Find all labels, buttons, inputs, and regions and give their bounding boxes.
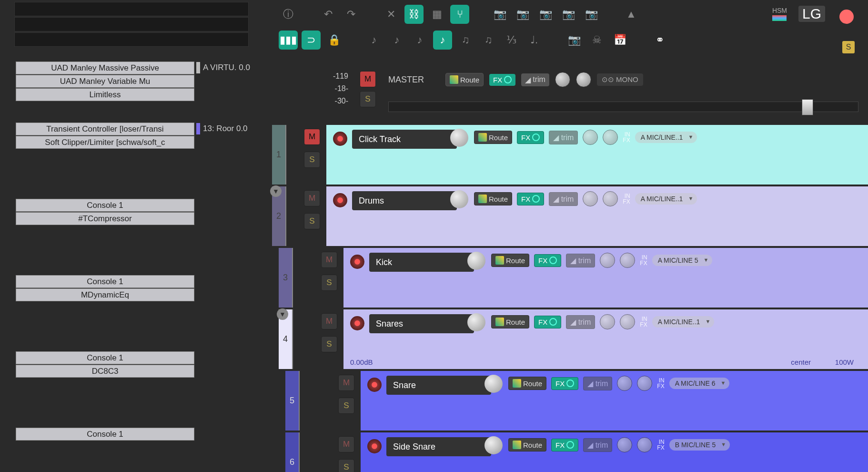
track-name[interactable]: Side Snare [386, 437, 491, 456]
track-input-selector[interactable]: B MIC/LINE 5 [669, 439, 730, 451]
track-vol-knob[interactable] [600, 314, 615, 329]
redo-icon[interactable]: ↷ [342, 5, 361, 24]
fx-plugin-slot[interactable]: Console 1 [16, 199, 194, 212]
undo-icon[interactable]: ↶ [319, 5, 338, 24]
fx-plugin-slot[interactable]: Limitless [16, 88, 194, 101]
track-big-knob[interactable] [467, 313, 485, 331]
track-vol-knob[interactable] [583, 191, 598, 206]
fx-plugin-slot[interactable]: Console 1 [16, 428, 194, 441]
track-big-knob[interactable] [484, 375, 503, 393]
track-trim-button[interactable]: ◢ trim [566, 254, 595, 267]
master-vol-knob[interactable] [555, 72, 570, 87]
fx-plugin-slot[interactable]: UAD Manley Massive Passive [16, 62, 194, 74]
track-number[interactable]: 6 [285, 432, 300, 472]
camera3-icon[interactable]: 📷 [536, 5, 555, 24]
track-name[interactable]: Click Track [352, 130, 457, 149]
track-number[interactable]: 1 [272, 125, 286, 185]
solo-badge[interactable]: S [842, 41, 855, 53]
track-mute-button[interactable]: M [304, 129, 320, 145]
track-number[interactable]: 5 [285, 371, 300, 431]
fx-plugin-slot[interactable]: MDynamicEq [16, 288, 194, 301]
track-route-button[interactable]: Route [508, 377, 546, 390]
track-fx-button[interactable]: FX [551, 377, 578, 390]
track-fx-button[interactable]: FX [534, 254, 561, 267]
track-big-knob[interactable] [467, 252, 485, 270]
track-header[interactable]: SnareRouteFX◢ trimINFXA MIC/LINE 6 [361, 371, 868, 431]
track-solo-button[interactable]: S [304, 152, 320, 168]
info-icon[interactable]: ⓘ [279, 5, 298, 24]
track-header[interactable]: KickRouteFX◢ trimINFXA MIC/LINE 5 [343, 248, 868, 308]
record-arm-button[interactable] [367, 378, 382, 392]
track-pan-knob[interactable] [603, 191, 618, 206]
master-route-button[interactable]: Route [445, 73, 484, 86]
track-mute-button[interactable]: M [321, 252, 337, 268]
track-big-knob[interactable] [450, 129, 468, 147]
track-pan-knob[interactable] [620, 253, 635, 268]
magnet-icon[interactable]: ⊃ [302, 31, 321, 50]
track-route-button[interactable]: Route [508, 438, 546, 451]
fx-track-meta[interactable]: A VIRTU. 0.0 [194, 61, 267, 74]
direction-icon[interactable]: ▲ [622, 5, 641, 24]
track-input-selector[interactable]: A MIC/LINE..1 [635, 132, 697, 143]
record-arm-button[interactable] [333, 193, 347, 207]
triplet-icon[interactable]: ⅓ [502, 31, 521, 50]
camera4-icon[interactable]: 📷 [559, 5, 578, 24]
track-trim-button[interactable]: ◢ trim [583, 377, 612, 390]
track-input-selector[interactable]: A MIC/LINE 6 [669, 378, 730, 389]
master-mono-button[interactable]: ⊙⊙ MONO [597, 73, 643, 86]
track-pan-knob[interactable] [620, 314, 635, 329]
track-name[interactable]: Kick [369, 253, 474, 272]
track-input-selector[interactable]: A MIC/LINE..1 [652, 316, 715, 328]
track-number[interactable]: 3 [279, 248, 293, 308]
note3-icon[interactable]: ♪ [410, 31, 429, 50]
master-fader[interactable] [388, 102, 858, 112]
track-fx-button[interactable]: FX [517, 193, 544, 205]
screenshot-icon[interactable]: 📷 [565, 31, 584, 50]
branch-icon[interactable]: ⑂ [450, 5, 469, 24]
track-route-button[interactable]: Route [491, 254, 529, 267]
track-input-selector[interactable]: A MIC/LINE 5 [652, 255, 713, 266]
fx-plugin-slot[interactable]: #TCompressor [16, 212, 194, 225]
fx-track-meta[interactable]: 13: Roor 0.0 [194, 122, 267, 135]
shuffle-icon[interactable]: ✕ [382, 5, 401, 24]
track-header[interactable]: SnaresRouteFX◢ trimINFXA MIC/LINE..10.00… [343, 309, 868, 369]
lock-icon[interactable]: 🔒 [324, 31, 343, 50]
track-solo-button[interactable]: S [304, 213, 320, 229]
note4-icon[interactable]: ♪ [433, 31, 452, 50]
dotted-icon[interactable]: ♩. [525, 31, 544, 50]
track-name[interactable]: Snare [386, 376, 491, 395]
track-mute-button[interactable]: M [338, 436, 354, 452]
track-vol-knob[interactable] [617, 376, 632, 391]
link-icon[interactable]: ⛓ [404, 5, 424, 24]
master-pan-knob[interactable] [576, 72, 591, 87]
folder-collapse-icon[interactable]: ▼ [277, 308, 288, 320]
track-trim-button[interactable]: ◢ trim [549, 192, 578, 206]
fx-plugin-slot[interactable]: Transient Controller [loser/Transi [16, 123, 194, 135]
track-fx-button[interactable]: FX [517, 131, 544, 144]
track-solo-button[interactable]: S [321, 336, 337, 352]
track-name[interactable]: Snares [369, 314, 474, 333]
track-route-button[interactable]: Route [474, 131, 512, 144]
hsm-indicator[interactable]: HSM [772, 7, 787, 21]
fx-plugin-slot[interactable]: UAD Manley Variable Mu [16, 75, 194, 88]
record-arm-button[interactable] [350, 255, 364, 269]
master-fx-button[interactable]: FX [489, 74, 515, 86]
fx-plugin-slot[interactable]: Soft Clipper/Limiter [schwa/soft_c [16, 136, 194, 149]
power-icon[interactable] [504, 76, 512, 83]
grid-icon[interactable]: ▦ [427, 5, 446, 24]
track-route-button[interactable]: Route [474, 192, 512, 205]
master-fader-handle[interactable] [802, 99, 813, 115]
track-vol-knob[interactable] [617, 437, 632, 452]
note6-icon[interactable]: ♫ [479, 31, 498, 50]
track-vol-knob[interactable] [583, 130, 598, 145]
record-arm-button[interactable] [333, 132, 347, 146]
fx-plugin-slot[interactable]: DC8C3 [16, 365, 194, 378]
size-indicator[interactable]: LG [798, 6, 825, 22]
track-big-knob[interactable] [450, 190, 468, 208]
track-trim-button[interactable]: ◢ trim [549, 131, 578, 144]
track-big-knob[interactable] [484, 436, 503, 454]
track-solo-button[interactable]: S [338, 398, 354, 414]
skull-icon[interactable]: ☠ [587, 31, 606, 50]
track-header[interactable]: Side SnareRouteFX◢ trimINFXB MIC/LINE 5 [361, 432, 868, 472]
track-mute-button[interactable]: M [304, 190, 320, 206]
